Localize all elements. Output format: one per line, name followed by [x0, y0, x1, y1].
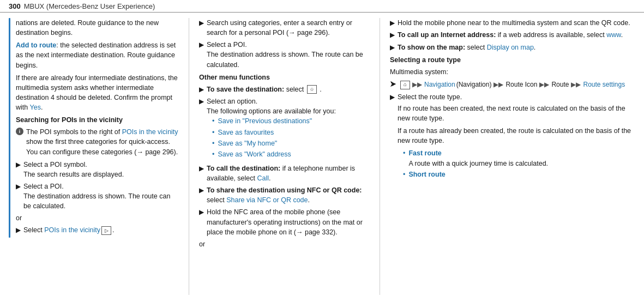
left-accent-bar [9, 18, 10, 238]
col3-internet: ▶ To call up an Internet address: if a w… [390, 30, 635, 40]
bullet-2: • [212, 128, 214, 137]
page-title: MBUX (Mercedes-Benz User Experience) [24, 2, 155, 10]
internet-bold: To call up an Internet address: [398, 31, 496, 39]
short-route-label: Short route [408, 170, 445, 179]
www-link: www [606, 31, 621, 39]
col2-select-option-content: Select an option.The following options a… [207, 96, 370, 161]
nav-navigation-suffix: (Navigation) [456, 80, 492, 89]
route-created-text: If a route has already been created, the… [398, 126, 635, 146]
col3-arrow-icon-3: ▶ [390, 43, 395, 52]
col1-arrow1: ▶ Select a POI symbol.The search results… [16, 160, 179, 179]
col2-arrow-icon-3: ▶ [199, 85, 204, 94]
share-dest-bold: To share the destination using NFC or QR… [207, 186, 362, 194]
info-text-block: The POI symbols to the right of POIs in … [26, 127, 179, 156]
arrow-icon-1: ▶ [16, 160, 21, 170]
col2-share-dest: ▶ To share the destination using NFC or … [199, 185, 370, 205]
option-4: Save as "Work" address [218, 149, 291, 159]
intro-text: nations are deleted. Route guidance to t… [16, 18, 179, 38]
col2-arrow-icon-7: ▶ [199, 208, 204, 217]
route-type-heading: Selecting a route type [390, 55, 635, 65]
list-item: •Save as "My home" [212, 138, 370, 148]
col2-nfc-content: Hold the NFC area of the mobile phone (s… [207, 207, 370, 237]
arrow-icon-3: ▶ [16, 226, 21, 235]
col1-arrow2: ▶ Select a POI.The destination address i… [16, 182, 179, 211]
option-1: Save in "Previous destinations" [218, 116, 312, 126]
call-dest-bold: To call the destination: [207, 165, 280, 172]
col1-arrow2-text: Select a POI.The destination address is … [23, 182, 179, 211]
col3-arrow1: ▶ Hold the mobile phone near to the mult… [390, 18, 635, 28]
list-item: •Save as "Work" address [212, 149, 370, 159]
add-to-route-link: Add to route [16, 41, 56, 49]
nav-route-icon-label: Route Icon [505, 80, 537, 89]
col1-arrow1-text: Select a POI symbol.The search results a… [23, 160, 179, 179]
select-route-text: Select the route type. [398, 93, 462, 101]
col3-arrow-icon-1: ▶ [390, 19, 395, 28]
main-content: nations are deleted. Route guidance to t… [0, 13, 644, 299]
yes-link: Yes [29, 104, 40, 111]
page-header: 300 MBUX (Mercedes-Benz User Experience) [0, 0, 644, 13]
fast-bullet: • [403, 148, 405, 158]
select-option-heading: Select an option.The following options a… [207, 96, 370, 116]
route-type-list: • Fast route A route with a quick journe… [398, 148, 635, 179]
col2-arrow-icon-2: ▶ [199, 40, 204, 50]
option-3: Save as "My home" [218, 138, 277, 148]
col3-internet-text: To call up an Internet address: if a web… [398, 30, 635, 40]
nav-sequence: ⮞ ⌂ ▶▶ Navigation (Navigation) ▶▶ Route … [390, 80, 635, 89]
col2-arrow2-text: Select a POI.The destination address is … [207, 40, 370, 69]
col2-arrow-icon-1: ▶ [199, 19, 204, 28]
column-3: ▶ Hold the mobile phone near to the mult… [380, 18, 635, 295]
col2-arrow1: ▶ Search using categories, enter a searc… [199, 18, 370, 38]
fast-route-desc: A route with a quick journey time is cal… [408, 160, 548, 167]
col2-or: or [199, 239, 370, 249]
bullet-3: • [212, 138, 214, 148]
col2-share-dest-text: To share the destination using NFC or QR… [207, 185, 370, 205]
fast-route-label: Fast route [408, 149, 441, 157]
list-item-fast: • Fast route A route with a quick journe… [403, 148, 635, 168]
col2-select-option: ▶ Select an option.The following options… [199, 96, 370, 161]
col3-select-route-text: Select the route type. If no route has b… [398, 92, 635, 182]
col1-or: or [16, 213, 179, 223]
col1-arrow3-text: Select POIs in the vicinity▷. [23, 225, 179, 235]
list-item: •Save in "Previous destinations" [212, 116, 370, 126]
col1-wrapper: nations are deleted. Route guidance to t… [9, 18, 179, 238]
col3-select-route: ▶ Select the route type. If no route has… [390, 92, 635, 182]
star-icon: ☆ [307, 85, 317, 94]
col2-save-dest: ▶ To save the destination: select ☆ . [199, 84, 370, 94]
nav-navigation-label: Navigation [424, 80, 455, 89]
short-bullet: • [403, 170, 405, 179]
col2-arrow1-text: Search using categories, enter a search … [207, 18, 370, 38]
options-list: •Save in "Previous destinations" •Save a… [207, 116, 370, 159]
other-menu-heading: Other menu functions [199, 73, 370, 82]
nav-dbl-arrow-2: ▶▶ [493, 80, 503, 89]
col3-arrow-icon-4: ▶ [390, 93, 395, 102]
col2-arrow-icon-5: ▶ [199, 164, 204, 173]
call-link: Call [257, 174, 269, 182]
save-dest-bold: To save the destination: [207, 86, 284, 93]
info-block: i The POI symbols to the right of POIs i… [16, 127, 179, 156]
nav-route-settings: Route settings [583, 80, 625, 89]
col2-arrow2: ▶ Select a POI.The destination address i… [199, 40, 370, 69]
map-bold: To show on the map: [398, 44, 465, 51]
add-to-route-para: Add to route: the selected destination a… [16, 40, 179, 70]
nav-dbl-arrow-4: ▶▶ [571, 80, 581, 89]
list-item-short: • Short route [403, 170, 635, 179]
column-1: nations are deleted. Route guidance to t… [9, 18, 189, 295]
col2-nfc-text: ▶ Hold the NFC area of the mobile phone … [199, 207, 370, 237]
column-2: ▶ Search using categories, enter a searc… [189, 18, 380, 295]
col2-arrow-icon-4: ▶ [199, 97, 204, 106]
no-route-text: If no route has been created, the next r… [398, 104, 635, 123]
info-text2: show the first three categories for quic… [26, 138, 178, 155]
info-icon: i [16, 128, 23, 135]
nav-route-label: Route [551, 80, 569, 89]
col2-call-dest: ▶ To call the destination: if a telephon… [199, 164, 370, 183]
col2-call-dest-text: To call the destination: if a telephone … [207, 164, 370, 183]
col2-save-dest-text: To save the destination: select ☆ . [207, 84, 370, 94]
col3-arrow-icon-2: ▶ [390, 31, 395, 40]
list-item: •Save as favourites [212, 128, 370, 137]
nav-arrow-start: ⮞ [390, 80, 396, 89]
info-text1: The POI symbols to the right of [26, 128, 122, 136]
page-number: 300 [9, 2, 21, 10]
col3-arrow1-text: Hold the mobile phone near to the multim… [398, 18, 635, 28]
home-icon: ⌂ [400, 81, 410, 89]
arrow-icon-2: ▶ [16, 182, 21, 191]
